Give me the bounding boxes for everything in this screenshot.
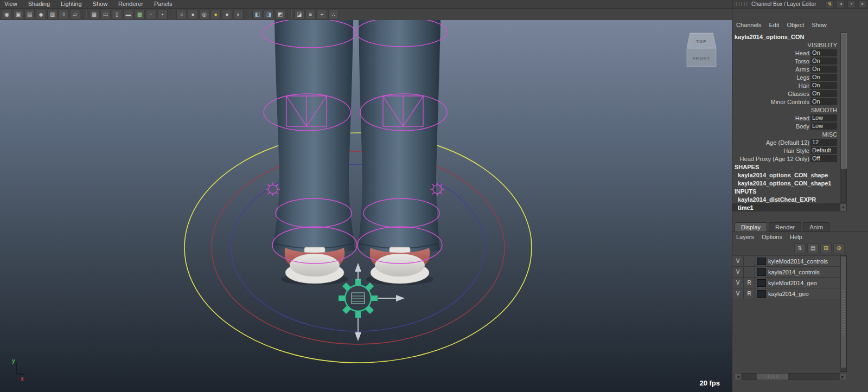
safe-title-icon[interactable]: ▪	[157, 10, 168, 20]
channel-value-field[interactable]: On	[810, 57, 837, 65]
default-lighting-icon[interactable]: ●	[210, 10, 221, 20]
scrollbar-right-arrow-icon[interactable]: ▶	[839, 373, 846, 380]
channel-value-field[interactable]: On	[810, 82, 837, 89]
field-chart-icon[interactable]: ▩	[135, 10, 145, 20]
contrast-icon[interactable]: ◑	[837, 1, 845, 8]
layer-renderable-toggle[interactable]: R	[744, 288, 755, 299]
view-cube[interactable]: TOP FRONT	[687, 33, 716, 67]
create-empty-layer-icon[interactable]: ⊞	[820, 243, 832, 253]
isolate-select-icon[interactable]: ◧	[252, 10, 263, 20]
wireframe-icon[interactable]: ○	[176, 10, 187, 20]
layer-color-swatch[interactable]	[757, 268, 766, 276]
layer-name[interactable]: kayla2014_geo	[768, 291, 809, 297]
channel-value-field[interactable]: On	[810, 74, 837, 81]
menu-view[interactable]: View	[4, 0, 17, 8]
shadows-icon[interactable]: ◐	[233, 10, 244, 20]
bookmarks-icon[interactable]: ◆	[36, 10, 46, 20]
layer-row[interactable]: V kayla2014_controls	[732, 267, 840, 278]
channel-name[interactable]: Head	[732, 50, 809, 56]
shape-node-row[interactable]: kayla2014_options_CON_shape	[732, 171, 840, 179]
share-icon[interactable]: ∴	[328, 10, 339, 20]
layer-list-icon[interactable]: ▤	[807, 243, 819, 253]
tab-anim[interactable]: Anim	[803, 222, 829, 232]
scrollbar-left-arrow-icon[interactable]: ◀	[735, 373, 742, 380]
layer-color-swatch[interactable]	[757, 290, 766, 298]
node-name-row[interactable]: kayla2014_options_CON	[732, 33, 840, 41]
view-cube-top-label[interactable]: TOP	[696, 39, 706, 44]
channel-value-field[interactable]: On	[810, 98, 837, 105]
layer-name[interactable]: kyleMod2014_geo	[768, 280, 817, 286]
resolution-gate-icon[interactable]: ▯	[112, 10, 122, 20]
textured-icon[interactable]: ◎	[199, 10, 209, 20]
layer-renderable-toggle[interactable]	[744, 256, 755, 266]
tab-render[interactable]: Render	[769, 222, 801, 232]
panel-drag-handle[interactable]	[735, 2, 749, 6]
input-node-row-selected[interactable]: time1	[732, 203, 840, 211]
layer-color-swatch[interactable]	[757, 279, 766, 287]
channel-value-field[interactable]: On	[810, 49, 837, 56]
close-icon[interactable]: ×	[858, 1, 866, 8]
menu-options[interactable]: Options	[762, 234, 782, 240]
image-plane-icon[interactable]: ▨	[47, 10, 58, 20]
view-cube-front-label[interactable]: FRONT	[693, 56, 711, 61]
gate-mask-icon[interactable]: ▬	[123, 10, 133, 20]
layer-visibility-toggle[interactable]: V	[732, 288, 744, 299]
channel-name[interactable]: Age (Default 12)	[732, 139, 809, 146]
lock-camera-icon[interactable]: ▣	[13, 10, 23, 20]
menu-object[interactable]: Object	[787, 22, 804, 28]
manipulator-up-arrowhead[interactable]	[355, 263, 361, 272]
right-leg-mesh[interactable]	[358, 20, 441, 255]
manipulator-down-arrowhead[interactable]	[355, 332, 361, 341]
scrollbar-down-arrow-icon[interactable]: ▼	[840, 204, 846, 211]
menu-lighting[interactable]: Lighting	[61, 0, 82, 8]
channel-name[interactable]: Glasses	[732, 91, 809, 97]
channel-value-field[interactable]: 12	[810, 139, 837, 146]
menu-channels[interactable]: Channels	[736, 22, 761, 28]
scrollbar-thumb[interactable]	[841, 256, 846, 368]
shape-node-row[interactable]: kayla2014_options_CON_shape1	[732, 179, 840, 187]
safe-action-icon[interactable]: ▫	[146, 10, 156, 20]
layer-name[interactable]: kyleMod2014_controls	[768, 258, 828, 265]
scrollbar-thumb[interactable]	[757, 374, 788, 380]
channel-name[interactable]: Head Proxy (Age 12 Only)	[732, 156, 809, 162]
layer-visibility-toggle[interactable]: V	[732, 256, 744, 266]
channel-name[interactable]: Legs	[732, 74, 809, 81]
menu-edit[interactable]: Edit	[769, 22, 779, 28]
channel-list-scrollbar[interactable]: ▼	[840, 33, 847, 211]
channel-name[interactable]: Arms	[732, 66, 809, 73]
camera-attributes-icon[interactable]: ▤	[24, 10, 35, 20]
joints-xray-icon[interactable]: ◩	[275, 10, 285, 20]
manipulator-right-arrowhead[interactable]	[396, 295, 405, 301]
layer-renderable-toggle[interactable]: R	[744, 278, 755, 288]
channel-name[interactable]: Hair Style	[732, 147, 809, 154]
axes-icon[interactable]: +	[317, 10, 327, 20]
channel-value-field[interactable]: Off	[810, 155, 837, 162]
lightning-icon[interactable]: ↯	[826, 1, 834, 8]
left-leg-mesh[interactable]	[273, 20, 355, 255]
create-layer-from-selected-icon[interactable]: ⊕	[833, 243, 845, 253]
viewport-3d[interactable]: TOP FRONT y x 20 fps	[0, 20, 732, 392]
tab-display[interactable]: Display	[735, 222, 767, 232]
layer-renderable-toggle[interactable]	[744, 267, 755, 277]
channel-name[interactable]: Minor Controls	[732, 99, 809, 105]
grease-pencil-icon[interactable]: ▱	[70, 10, 80, 20]
channel-value-field[interactable]: On	[810, 90, 837, 97]
layer-visibility-toggle[interactable]: V	[732, 278, 744, 288]
channel-name[interactable]: Body	[732, 123, 809, 130]
exposure-icon[interactable]: ◪	[294, 10, 304, 20]
scrollbar-thumb[interactable]	[841, 33, 847, 169]
menu-help[interactable]: Help	[790, 234, 802, 240]
channel-value-field[interactable]: Low	[810, 114, 837, 121]
left-shin-gear-control[interactable]	[266, 182, 280, 196]
channel-name[interactable]: Torso	[732, 58, 809, 65]
grid-icon[interactable]: ▦	[89, 10, 99, 20]
menu-show[interactable]: Show	[812, 22, 827, 28]
channel-name[interactable]: Head	[732, 115, 809, 121]
all-lights-icon[interactable]: ●	[222, 10, 232, 20]
channel-value-field[interactable]: Low	[810, 123, 837, 130]
channel-value-field[interactable]: Default	[810, 147, 837, 154]
smooth-shade-icon[interactable]: ●	[188, 10, 198, 20]
layer-row[interactable]: V R kayla2014_geo	[732, 288, 840, 299]
layer-row[interactable]: V R kyleMod2014_geo	[732, 278, 840, 288]
hud-icon[interactable]: ≡	[305, 10, 316, 20]
